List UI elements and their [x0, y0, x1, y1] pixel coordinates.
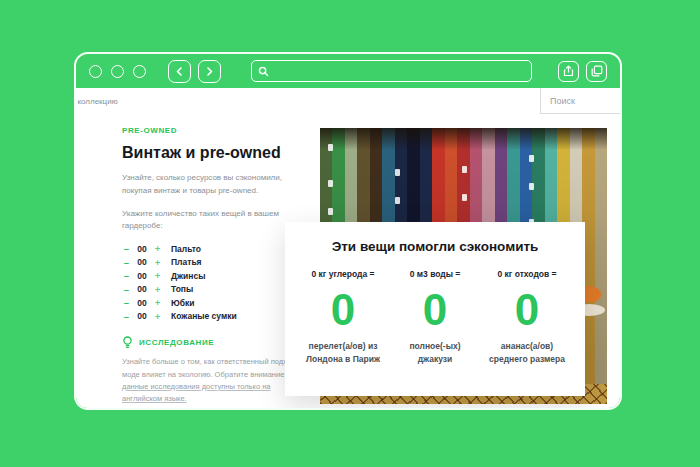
stat-value: 0 [481, 288, 573, 332]
page-background: { "window": { "breadcrumb": "в коллекцию… [0, 0, 700, 467]
item-label: Юбки [171, 298, 195, 308]
browser-chrome [76, 54, 620, 88]
quantity-value: 00 [136, 311, 148, 321]
quantity-value: 00 [136, 284, 148, 294]
instruction-paragraph: Укажите количество таких вещей в вашем г… [122, 208, 302, 234]
window-close-button[interactable] [89, 65, 102, 78]
stat-header: 0 кг углерода = [297, 269, 389, 279]
increment-button[interactable]: + [153, 285, 162, 295]
stat-caption: перелет(а/ов) из Лондона в Париж [297, 340, 389, 366]
page-title: Винтаж и pre-owned [122, 144, 320, 162]
window-minimize-button[interactable] [111, 65, 124, 78]
search-input[interactable] [540, 88, 620, 114]
window-controls [89, 65, 146, 78]
research-heading: ИССЛЕДОВАНИЕ [139, 338, 214, 347]
stat-header: 0 кг отходов = [481, 269, 573, 279]
quantity-value: 00 [136, 244, 148, 254]
increment-button[interactable]: + [153, 244, 162, 254]
eyebrow-label: PRE-OWNED [122, 126, 320, 135]
chrome-action-buttons [558, 61, 607, 82]
breadcrumb[interactable]: в коллекцию [76, 97, 118, 106]
stat-value: 0 [297, 288, 389, 332]
nav-buttons [168, 60, 221, 83]
savings-modal: Эти вещи помогли сэкономить 0 кг углерод… [285, 222, 585, 396]
address-bar[interactable] [251, 60, 532, 82]
search-icon [258, 66, 269, 77]
item-label: Джинсы [171, 271, 205, 281]
stats-row: 0 кг углерода = 0 перелет(а/ов) из Лондо… [285, 269, 585, 366]
intro-paragraph: Узнайте, сколько ресурсов вы сэкономили,… [122, 172, 302, 198]
stat-header: 0 м3 воды = [389, 269, 481, 279]
decrement-button[interactable]: – [122, 285, 131, 295]
share-button[interactable] [558, 61, 579, 82]
item-label: Пальто [171, 244, 201, 254]
quantity-value: 00 [136, 271, 148, 281]
increment-button[interactable]: + [153, 298, 162, 308]
item-label: Топы [171, 284, 193, 294]
increment-button[interactable]: + [153, 258, 162, 268]
price-tag-shape [462, 166, 467, 173]
price-tag-shape [462, 194, 467, 201]
chevron-left-icon [175, 67, 184, 76]
stat-waste: 0 кг отходов = 0 ананас(а/ов) среднего р… [481, 269, 573, 366]
modal-title: Эти вещи помогли сэкономить [285, 239, 585, 254]
duplicate-tabs-icon [591, 65, 603, 77]
price-tag-shape [328, 180, 333, 187]
research-link[interactable]: данные исследования доступны только на а… [122, 382, 270, 403]
chevron-right-icon [205, 67, 214, 76]
price-tag-shape [529, 183, 534, 190]
price-tag-shape [395, 197, 400, 204]
stat-value: 0 [389, 288, 481, 332]
decrement-button[interactable]: – [122, 244, 131, 254]
stat-water: 0 м3 воды = 0 полное(-ых) джакузи [389, 269, 481, 366]
stat-caption: полное(-ых) джакузи [389, 340, 481, 366]
decrement-button[interactable]: – [122, 312, 131, 322]
forward-button[interactable] [198, 60, 221, 83]
stat-caption: ананас(а/ов) среднего размера [481, 340, 573, 366]
price-tag-shape [328, 208, 333, 215]
stat-carbon: 0 кг углерода = 0 перелет(а/ов) из Лондо… [297, 269, 389, 366]
tabs-button[interactable] [586, 61, 607, 82]
price-tag-shape [395, 169, 400, 176]
photo-rack-shadow [320, 128, 607, 150]
quantity-value: 00 [136, 257, 148, 267]
back-button[interactable] [168, 60, 191, 83]
item-label: Платья [171, 257, 202, 267]
item-label: Кожаные сумки [171, 311, 237, 321]
price-tag-shape [328, 144, 333, 151]
decrement-button[interactable]: – [122, 271, 131, 281]
share-icon [563, 65, 574, 77]
browser-window: в коллекцию PRE-OWNED Винтаж и pre-owned… [74, 52, 622, 410]
window-maximize-button[interactable] [133, 65, 146, 78]
research-text: Узнайте больше о том, как ответственный … [122, 356, 308, 406]
lightbulb-icon [122, 336, 133, 349]
decrement-button[interactable]: – [122, 258, 131, 268]
price-tag-shape [529, 155, 534, 162]
increment-button[interactable]: + [153, 271, 162, 281]
decrement-button[interactable]: – [122, 298, 131, 308]
page-content: в коллекцию PRE-OWNED Винтаж и pre-owned… [76, 88, 620, 408]
research-text-plain: Узнайте больше о том, как ответственный … [122, 357, 301, 378]
increment-button[interactable]: + [153, 312, 162, 322]
quantity-value: 00 [136, 298, 148, 308]
